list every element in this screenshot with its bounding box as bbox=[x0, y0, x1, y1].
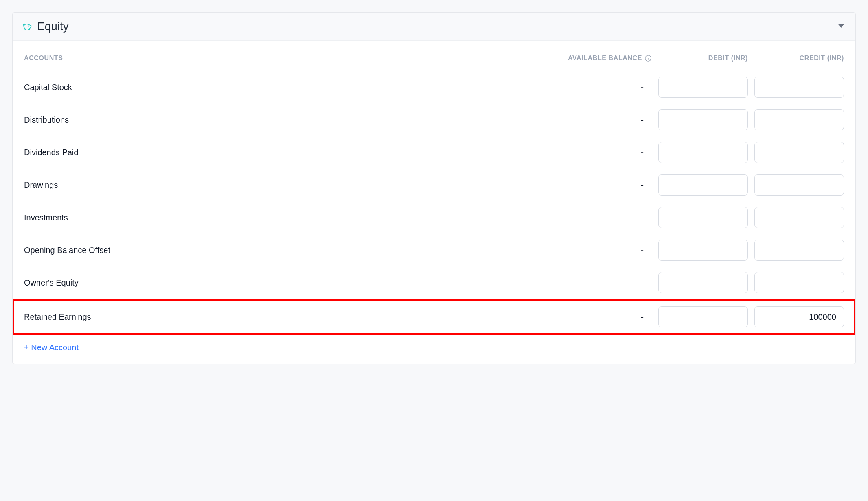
table-row: Investments- bbox=[24, 201, 844, 234]
info-icon[interactable] bbox=[644, 55, 652, 62]
piggybank-icon bbox=[22, 21, 32, 32]
debit-input[interactable] bbox=[658, 306, 748, 327]
table-row: Dividends Paid- bbox=[24, 136, 844, 169]
available-balance-value: - bbox=[538, 114, 652, 125]
accounts-table: ACCOUNTS AVAILABLE BALANCE DEBIT (INR) C… bbox=[13, 41, 855, 364]
credit-input[interactable] bbox=[754, 77, 844, 98]
available-balance-value: - bbox=[538, 180, 652, 190]
credit-input[interactable] bbox=[754, 174, 844, 196]
equity-section-card: Equity ACCOUNTS AVAILABLE BALANCE DEBIT … bbox=[12, 12, 856, 364]
account-name: Drawings bbox=[24, 180, 531, 190]
debit-input[interactable] bbox=[658, 109, 748, 130]
debit-input[interactable] bbox=[658, 272, 748, 293]
section-header[interactable]: Equity bbox=[13, 13, 855, 41]
available-balance-value: - bbox=[538, 245, 652, 255]
table-header-row: ACCOUNTS AVAILABLE BALANCE DEBIT (INR) C… bbox=[24, 49, 844, 71]
credit-input[interactable] bbox=[754, 240, 844, 261]
chevron-down-icon[interactable] bbox=[838, 23, 844, 30]
available-balance-value: - bbox=[538, 82, 652, 92]
account-name: Opening Balance Offset bbox=[24, 246, 531, 255]
col-header-balance-text: AVAILABLE BALANCE bbox=[568, 55, 642, 62]
available-balance-value: - bbox=[538, 147, 652, 158]
col-header-accounts: ACCOUNTS bbox=[24, 55, 531, 62]
new-account-link[interactable]: + New Account bbox=[24, 343, 79, 352]
section-title-wrap: Equity bbox=[22, 20, 69, 33]
credit-input[interactable] bbox=[754, 142, 844, 163]
available-balance-value: - bbox=[538, 277, 652, 288]
col-header-debit: DEBIT (INR) bbox=[658, 55, 748, 62]
account-name: Dividends Paid bbox=[24, 148, 531, 157]
credit-input[interactable] bbox=[754, 109, 844, 130]
rows-container: Capital Stock-Distributions-Dividends Pa… bbox=[24, 71, 844, 335]
svg-point-0 bbox=[28, 26, 28, 26]
debit-input[interactable] bbox=[658, 142, 748, 163]
svg-point-3 bbox=[648, 57, 649, 57]
debit-input[interactable] bbox=[658, 207, 748, 228]
table-row: Opening Balance Offset- bbox=[24, 234, 844, 266]
col-header-credit: CREDIT (INR) bbox=[754, 55, 844, 62]
table-row: Drawings- bbox=[24, 169, 844, 201]
account-name: Distributions bbox=[24, 115, 531, 125]
table-row: Retained Earnings- bbox=[13, 299, 855, 335]
available-balance-value: - bbox=[538, 312, 652, 322]
available-balance-value: - bbox=[538, 212, 652, 223]
credit-input[interactable] bbox=[754, 272, 844, 293]
debit-input[interactable] bbox=[658, 240, 748, 261]
account-name: Capital Stock bbox=[24, 83, 531, 92]
col-header-balance: AVAILABLE BALANCE bbox=[538, 55, 652, 62]
table-row: Distributions- bbox=[24, 103, 844, 136]
account-name: Owner's Equity bbox=[24, 278, 531, 288]
debit-input[interactable] bbox=[658, 174, 748, 196]
table-row: Owner's Equity- bbox=[24, 266, 844, 299]
account-name: Investments bbox=[24, 213, 531, 222]
credit-input[interactable] bbox=[754, 306, 844, 327]
table-row: Capital Stock- bbox=[24, 71, 844, 103]
account-name: Retained Earnings bbox=[24, 312, 531, 322]
section-title: Equity bbox=[37, 20, 69, 33]
debit-input[interactable] bbox=[658, 77, 748, 98]
credit-input[interactable] bbox=[754, 207, 844, 228]
